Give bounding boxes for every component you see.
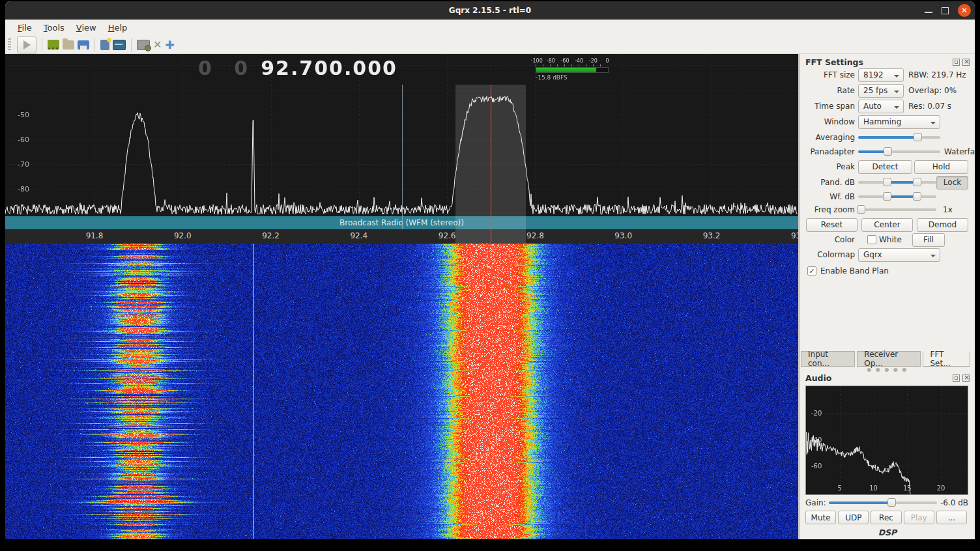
app-window: Gqrx 2.15.5 - rtl=0 ✕ File Tools View He… [5, 1, 975, 539]
pand-lock-button[interactable]: Lock [936, 176, 968, 190]
rate-select[interactable]: 25 fps [858, 84, 904, 98]
slider-handle[interactable] [887, 498, 896, 507]
slider-handle[interactable] [883, 178, 891, 186]
colormap-select[interactable]: Gqrx [858, 248, 940, 262]
close-panel-icon[interactable] [962, 59, 970, 66]
peak-detect-button[interactable]: Detect [858, 160, 912, 174]
menu-view[interactable]: View [70, 21, 102, 35]
white-checkbox[interactable] [867, 235, 876, 244]
meter-tick-label: -40 [575, 58, 583, 64]
gain-slider[interactable] [829, 498, 937, 507]
bookmarks-icon[interactable] [100, 40, 109, 50]
tab-fft-settings[interactable]: FFT Set... [923, 351, 970, 367]
remote-control-icon[interactable] [137, 40, 150, 50]
freq-tick-label: 93.0 [614, 231, 632, 240]
waterfall-plot[interactable] [5, 244, 798, 539]
freq-scale[interactable]: 91.892.092.292.492.692.893.093.293.4 [5, 229, 798, 244]
audio-buttons: Mute UDP Rec Play ... [805, 511, 967, 525]
freq-zoom-slider[interactable] [858, 205, 936, 214]
gain-row: Gain: -6.0 dB [805, 498, 968, 508]
enable-band-plan-label: Enable Band Plan [820, 266, 889, 276]
res-value: Res: 0.07 s [908, 102, 951, 111]
save-file-icon[interactable] [78, 40, 89, 49]
colormap-label: Colormap [805, 250, 858, 259]
pan-view-icon[interactable]: ✚ [165, 38, 174, 51]
averaging-slider[interactable] [858, 133, 940, 142]
pand-db-label: Pand. dB [805, 178, 858, 187]
fft-size-select[interactable]: 8192 [858, 68, 904, 82]
menu-help[interactable]: Help [102, 21, 134, 35]
window-label: Window [805, 117, 858, 126]
tuning-line[interactable] [491, 85, 491, 244]
meter-tick-label: -80 [547, 58, 555, 64]
tools-icon[interactable]: ✕ [153, 38, 162, 51]
meter-bar-fill [536, 68, 596, 72]
meter-ticks [536, 64, 607, 66]
rec-button[interactable]: Rec [871, 511, 901, 524]
freq-zoom-label: Freq zoom [805, 205, 858, 214]
peak-hold-button[interactable]: Hold [914, 160, 968, 174]
meter-tick-label: -100 [531, 58, 543, 64]
gain-label: Gain: [805, 498, 829, 507]
play-button: Play [904, 511, 934, 524]
titlebar[interactable]: Gqrx 2.15.5 - rtl=0 ✕ [5, 1, 975, 20]
dsp-settings-icon[interactable] [113, 40, 126, 50]
rbw-value: RBW: 219.7 Hz [908, 70, 966, 79]
time-span-select[interactable]: Auto [858, 100, 904, 113]
freq-tick-label: 92.0 [174, 231, 192, 240]
freq-zoom-value: 1x [943, 205, 953, 214]
close-panel-icon[interactable] [962, 374, 970, 382]
slider-handle[interactable] [857, 205, 865, 214]
freq-tick-label: 93.4 [791, 231, 798, 240]
start-dsp-button[interactable] [17, 36, 36, 53]
float-panel-icon[interactable] [953, 59, 960, 66]
menu-file[interactable]: File [12, 21, 38, 35]
maximize-icon[interactable] [942, 7, 949, 14]
side-panel: FFT Settings FFT size 8192 RBW: 219.7 Hz… [800, 54, 975, 539]
minimize-icon[interactable] [925, 12, 932, 13]
white-label: White [879, 235, 902, 244]
close-icon[interactable]: ✕ [958, 4, 971, 17]
menu-tools[interactable]: Tools [38, 21, 70, 35]
more-button[interactable]: ... [936, 511, 967, 524]
meter-value: -15.8 dBFS [536, 74, 568, 81]
slider-handle[interactable] [913, 192, 921, 201]
window-select[interactable]: Hamming [858, 115, 940, 129]
audio-header: Audio [805, 372, 970, 384]
slider-handle[interactable] [883, 192, 891, 201]
center-button[interactable]: Center [861, 218, 913, 232]
dock-tabs: Input con... Receiver Op... FFT Set... [801, 351, 972, 367]
pan-wf-split-slider[interactable] [858, 147, 940, 156]
tab-receiver-options[interactable]: Receiver Op... [857, 351, 921, 367]
panadapter-label: Panadapter [805, 147, 858, 156]
rate-label: Rate [805, 86, 858, 95]
udp-button[interactable]: UDP [838, 511, 869, 524]
fft-settings-header: FFT Settings [805, 56, 970, 68]
frequency-display[interactable]: 0 092.700.000 [198, 57, 397, 79]
wf-db-range-slider[interactable] [858, 192, 936, 201]
slider-handle[interactable] [884, 147, 892, 156]
color-label: Color [805, 235, 858, 244]
enable-band-plan-checkbox[interactable]: ✓ [807, 266, 816, 276]
io-devices-icon[interactable] [48, 40, 59, 49]
frequency-value[interactable]: 92.700.000 [261, 57, 397, 79]
float-panel-icon[interactable] [953, 374, 960, 382]
panadapter-area: Broadcast Radio (WFM (stereo)) 91.892.09… [5, 54, 798, 539]
demod-button[interactable]: Demod [917, 218, 968, 232]
meter-tick-label: -20 [589, 58, 598, 64]
window-edge [0, 539, 980, 551]
toolbar: ✕ ✚ [5, 36, 975, 54]
fft-settings-title: FFT Settings [805, 57, 863, 67]
reset-button[interactable]: Reset [806, 218, 857, 232]
toolbar-drag-handle[interactable] [8, 38, 11, 51]
slider-handle[interactable] [914, 133, 922, 141]
play-icon [23, 40, 31, 49]
pand-db-range-slider[interactable] [858, 178, 936, 187]
fill-button[interactable]: Fill [912, 233, 945, 247]
freq-tick-label: 93.2 [703, 231, 721, 240]
slider-handle[interactable] [913, 178, 921, 186]
open-file-icon[interactable] [63, 40, 74, 49]
tab-input-controls[interactable]: Input con... [801, 351, 855, 367]
center-freq-line [402, 85, 403, 229]
mute-button[interactable]: Mute [805, 511, 836, 524]
